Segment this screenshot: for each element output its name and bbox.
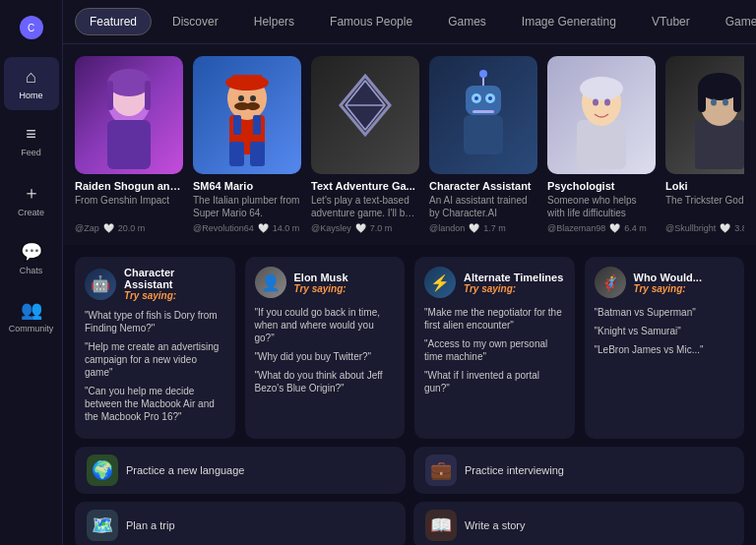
- svg-point-37: [593, 99, 598, 106]
- character-desc-psychologist: Someone who helps with life difficulties: [547, 194, 656, 219]
- character-meta-mario: @Revolution64 🤍 14.0 m: [193, 223, 301, 233]
- app-logo: C: [16, 8, 47, 47]
- suggestion-text-story: Write a story: [465, 519, 526, 531]
- svg-point-36: [580, 77, 623, 100]
- try-card-assistant: 🤖 Character Assistant Try saying: "What …: [75, 257, 235, 439]
- tab-vtuber[interactable]: VTuber: [637, 8, 705, 35]
- try-item-alternate-2[interactable]: "What if I invented a portal gun?": [424, 369, 565, 394]
- character-card-raiden[interactable]: Raiden Shogun and... From Genshin Impact…: [75, 56, 183, 233]
- main-content: Featured Discover Helpers Famous People …: [63, 0, 756, 545]
- sidebar-label-create: Create: [18, 208, 44, 217]
- sidebar-item-chats[interactable]: 💬 Chats: [4, 231, 59, 285]
- character-meta-textadv: @Kaysley 🤍 7.0 m: [311, 223, 419, 233]
- try-item-who-1[interactable]: "Knight vs Samurai": [595, 325, 735, 337]
- character-card-mario[interactable]: SM64 Mario The Italian plumber from Supe…: [193, 56, 301, 233]
- author-textadv: @Kaysley: [311, 223, 351, 233]
- tab-discover[interactable]: Discover: [158, 8, 233, 35]
- tab-featured[interactable]: Featured: [75, 8, 152, 35]
- try-item-assistant-2[interactable]: "Can you help me decide between the Macb…: [85, 385, 225, 423]
- character-name-psychologist: Psychologist: [547, 180, 656, 192]
- avatar-elon: 👤: [255, 267, 286, 298]
- sidebar-label-community: Community: [9, 324, 54, 333]
- tab-game-characters[interactable]: Game Characters: [711, 8, 756, 35]
- tab-games[interactable]: Games: [433, 8, 501, 35]
- character-card-loki[interactable]: Loki The Trickster God @Skullbright 🤍 3.…: [665, 56, 744, 233]
- create-icon: ＋: [23, 181, 40, 205]
- character-meta-psychologist: @Blazeman98 🤍 6.4 m: [547, 223, 656, 233]
- suggestion-trip[interactable]: 🗺️ Plan a trip: [75, 502, 406, 545]
- story-icon: 📖: [425, 510, 457, 541]
- suggestions-grid: 🌍 Practice a new language 💼 Practice int…: [75, 447, 744, 545]
- try-item-elon-2[interactable]: "What do you think about Jeff Bezo's Blu…: [255, 369, 396, 394]
- sidebar-label-chats: Chats: [20, 266, 43, 275]
- character-img-psychologist: [547, 56, 656, 174]
- trip-icon: 🗺️: [87, 510, 118, 541]
- try-item-who-0[interactable]: "Batman vs Superman": [595, 306, 735, 319]
- try-item-alternate-1[interactable]: "Access to my own personal time machine": [424, 337, 565, 363]
- try-saying-row: 🤖 Character Assistant Try saying: "What …: [75, 257, 744, 439]
- tab-helpers[interactable]: Helpers: [239, 8, 309, 35]
- svg-point-3: [107, 69, 151, 96]
- character-name-assistant: Character Assistant: [429, 180, 537, 192]
- try-card-header-elon: 👤 Elon Musk Try saying:: [255, 267, 396, 298]
- tab-famous-people[interactable]: Famous People: [315, 8, 427, 35]
- heart-icon-loki: 🤍: [720, 223, 730, 233]
- heart-icon-assistant: 🤍: [469, 223, 479, 233]
- sidebar-item-create[interactable]: ＋ Create: [4, 171, 59, 227]
- try-card-header-assistant: 🤖 Character Assistant Try saying:: [85, 267, 225, 301]
- svg-rect-16: [233, 115, 241, 135]
- svg-point-15: [246, 102, 260, 110]
- likes-textadv: 7.0 m: [370, 223, 393, 233]
- try-item-elon-0[interactable]: "If you could go back in time, when and …: [255, 306, 396, 344]
- svg-rect-8: [250, 142, 265, 166]
- logo-icon: C: [20, 16, 43, 39]
- try-card-subtitle-elon: Try saying:: [294, 283, 348, 294]
- suggestion-story[interactable]: 📖 Write a story: [413, 502, 744, 545]
- feed-icon: ≡: [26, 124, 36, 145]
- sidebar-item-community[interactable]: 👥 Community: [4, 289, 59, 343]
- suggestion-text-language: Practice a new language: [126, 464, 244, 476]
- try-item-who-2[interactable]: "LeBron James vs Mic...": [595, 343, 735, 356]
- svg-rect-33: [472, 110, 494, 113]
- svg-point-13: [250, 95, 256, 101]
- likes-psychologist: 6.4 m: [624, 223, 647, 233]
- heart-icon-textadv: 🤍: [355, 223, 366, 233]
- character-meta-raiden: @Zap 🤍 20.0 m: [75, 223, 183, 233]
- try-item-alternate-0[interactable]: "Make me the negotiator for the first al…: [424, 306, 565, 332]
- heart-icon-psychologist: 🤍: [609, 223, 620, 233]
- svg-rect-11: [231, 75, 263, 87]
- character-img-loki: [665, 56, 744, 174]
- try-card-header-alternate: ⚡ Alternate Timelines Try saying:: [424, 267, 565, 298]
- avatar-alternate: ⚡: [424, 267, 456, 298]
- sidebar-item-home[interactable]: ⌂ Home: [4, 57, 59, 110]
- community-icon: 👥: [21, 299, 42, 321]
- suggestion-interview[interactable]: 💼 Practice interviewing: [413, 447, 744, 494]
- author-loki: @Skullbright: [665, 223, 716, 233]
- try-card-info-alternate: Alternate Timelines Try saying:: [464, 272, 563, 294]
- character-desc-loki: The Trickster God: [665, 194, 744, 219]
- svg-rect-4: [107, 81, 113, 110]
- character-card-psychologist[interactable]: Psychologist Someone who helps with life…: [547, 56, 656, 233]
- suggestion-language[interactable]: 🌍 Practice a new language: [75, 447, 406, 494]
- language-icon: 🌍: [87, 454, 118, 486]
- character-card-textadv[interactable]: Text Adventure Ga... Let's play a text-b…: [311, 56, 419, 233]
- try-item-elon-1[interactable]: "Why did you buy Twitter?": [255, 350, 396, 363]
- character-desc-textadv: Let's play a text-based adventure game. …: [311, 194, 419, 219]
- svg-rect-42: [698, 85, 706, 112]
- try-card-title-who: Who Would...: [634, 272, 702, 283]
- try-item-assistant-0[interactable]: "What type of fish is Dory from Finding …: [85, 309, 225, 334]
- sidebar-item-feed[interactable]: ≡ Feed: [4, 114, 59, 167]
- svg-rect-43: [733, 85, 741, 112]
- avatar-assistant: 🤖: [85, 269, 116, 300]
- try-card-who: 🦸 Who Would... Try saying: "Batman vs Su…: [585, 257, 745, 439]
- try-card-info-elon: Elon Musk Try saying:: [294, 272, 348, 294]
- try-card-subtitle-who: Try saying:: [634, 283, 702, 294]
- try-item-assistant-1[interactable]: "Help me create an advertising campaign …: [85, 340, 225, 379]
- svg-rect-17: [253, 115, 261, 135]
- suggestion-text-interview: Practice interviewing: [465, 464, 564, 476]
- characters-section: Raiden Shogun and... From Genshin Impact…: [63, 44, 756, 245]
- svg-rect-34: [577, 120, 626, 169]
- character-card-assistant[interactable]: Character Assistant An AI assistant trai…: [429, 56, 537, 233]
- tab-image-generating[interactable]: Image Generating: [507, 8, 631, 35]
- character-name-textadv: Text Adventure Ga...: [311, 180, 419, 192]
